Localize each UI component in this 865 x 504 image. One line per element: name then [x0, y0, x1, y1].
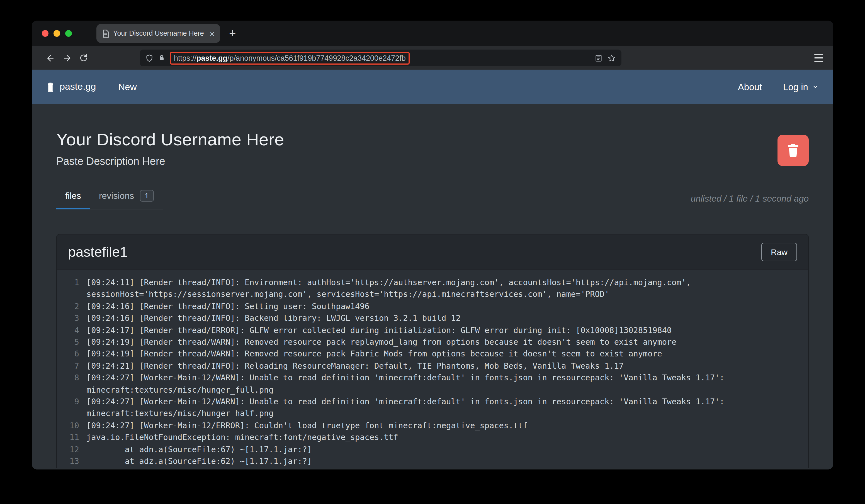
site-navbar: paste.gg New About Log in: [32, 70, 833, 104]
line-number: 8: [65, 372, 79, 396]
reload-button[interactable]: [75, 49, 92, 66]
line-number: 5: [65, 336, 79, 348]
page-favicon-icon: [102, 29, 109, 38]
line-number: 4: [65, 325, 79, 336]
line-number: 12: [65, 444, 79, 456]
login-label: Log in: [783, 82, 808, 92]
url-text[interactable]: https://paste.gg/p/anonymous/ca561f919b7…: [170, 51, 410, 64]
lock-icon[interactable]: [158, 54, 165, 62]
line-number: 10: [65, 420, 79, 432]
line-number: 3: [65, 313, 79, 325]
paste-description: Paste Description Here: [56, 155, 809, 168]
line-text: [09:24:11] [Render thread/INFO]: Environ…: [86, 277, 797, 301]
browser-tab-bar: Your Discord Username Here · p × +: [32, 21, 833, 46]
url-scheme: https://: [174, 54, 196, 62]
trash-icon: [787, 144, 799, 157]
line-text: [09:24:21] [Render thread/INFO]: Reloadi…: [86, 360, 797, 372]
line-text: java.io.FileNotFoundException: minecraft…: [86, 432, 797, 444]
line-text: at adz.a(SourceFile:62) ~[1.17.1.jar:?]: [86, 456, 797, 468]
line-number: 2: [65, 301, 79, 313]
line-number: 7: [65, 360, 79, 372]
page-content: Your Discord Username Here Paste Descrip…: [32, 104, 833, 469]
site-brand[interactable]: paste.gg: [46, 81, 96, 92]
close-window-button[interactable]: [42, 30, 48, 37]
forward-button[interactable]: [58, 49, 75, 66]
line-text: [09:24:27] [Worker-Main-12/WARN]: Unable…: [86, 396, 797, 420]
line-text: [09:24:16] [Render thread/INFO]: Backend…: [86, 313, 797, 325]
tab-title: Your Discord Username Here · p: [113, 30, 206, 37]
menu-button[interactable]: [814, 54, 823, 62]
code-line: 5 [09:24:19] [Render thread/WARN]: Remov…: [65, 336, 797, 348]
code-block[interactable]: 1 [09:24:11] [Render thread/INFO]: Envir…: [57, 270, 808, 468]
chevron-down-icon: [812, 83, 819, 90]
paste-tabs-row: files revisions 1 unlisted / 1 file / 1 …: [56, 184, 809, 209]
line-number: 1: [65, 277, 79, 301]
line-number: 11: [65, 432, 79, 444]
tab-revisions-label: revisions: [99, 191, 134, 201]
code-line: 8 [09:24:27] [Worker-Main-12/WARN]: Unab…: [65, 372, 797, 396]
code-line: 13 at adz.a(SourceFile:62) ~[1.17.1.jar:…: [65, 456, 797, 468]
browser-window: Your Discord Username Here · p × +: [32, 21, 833, 469]
code-line: 12 at adn.a(SourceFile:67) ~[1.17.1.jar:…: [65, 444, 797, 456]
revisions-count-badge: 1: [140, 190, 153, 202]
reader-mode-icon[interactable]: [595, 54, 602, 62]
code-line: 11 java.io.FileNotFoundException: minecr…: [65, 432, 797, 444]
paste-tabs: files revisions 1: [56, 184, 163, 209]
code-line: 1 [09:24:11] [Render thread/INFO]: Envir…: [65, 277, 797, 301]
code-line: 4 [09:24:17] [Render thread/ERROR]: GLFW…: [65, 325, 797, 336]
line-text: [09:24:27] [Worker-Main-12/ERROR]: Could…: [86, 420, 797, 432]
browser-toolbar: https://paste.gg/p/anonymous/ca561f919b7…: [32, 46, 833, 70]
line-number: 6: [65, 348, 79, 360]
paste-file-card: pastefile1 Raw 1 [09:24:11] [Render thre…: [56, 234, 809, 468]
url-path: /p/anonymous/ca561f919b7749928c2a34200e2…: [227, 54, 406, 62]
tab-files[interactable]: files: [56, 184, 90, 209]
tab-files-label: files: [65, 191, 81, 201]
line-number: 13: [65, 456, 79, 468]
code-line: 6 [09:24:19] [Render thread/WARN]: Remov…: [65, 348, 797, 360]
minimize-window-button[interactable]: [54, 30, 60, 37]
delete-paste-button[interactable]: [777, 135, 809, 166]
nav-link-login[interactable]: Log in: [783, 82, 819, 92]
code-line: 7 [09:24:21] [Render thread/INFO]: Reloa…: [65, 360, 797, 372]
line-text: [09:24:27] [Worker-Main-12/WARN]: Unable…: [86, 372, 797, 396]
tab-close-icon[interactable]: ×: [210, 29, 215, 38]
tab-revisions[interactable]: revisions 1: [90, 184, 163, 209]
code-line: 2 [09:24:16] [Render thread/INFO]: Setti…: [65, 301, 797, 313]
browser-tab[interactable]: Your Discord Username Here · p ×: [96, 24, 220, 43]
bookmark-star-icon[interactable]: [608, 54, 616, 62]
raw-button[interactable]: Raw: [761, 243, 797, 261]
nav-link-about[interactable]: About: [738, 82, 762, 92]
back-button[interactable]: [42, 49, 58, 66]
shield-icon[interactable]: [146, 54, 153, 62]
url-domain: paste.gg: [196, 54, 227, 62]
line-text: at adn.a(SourceFile:67) ~[1.17.1.jar:?]: [86, 444, 797, 456]
address-bar[interactable]: https://paste.gg/p/anonymous/ca561f919b7…: [140, 49, 621, 66]
code-line: 10 [09:24:27] [Worker-Main-12/ERROR]: Co…: [65, 420, 797, 432]
brand-label: paste.gg: [60, 81, 96, 92]
code-line: 3 [09:24:16] [Render thread/INFO]: Backe…: [65, 313, 797, 325]
line-number: 9: [65, 396, 79, 420]
code-line: 9 [09:24:27] [Worker-Main-12/WARN]: Unab…: [65, 396, 797, 420]
line-text: [09:24:19] [Render thread/WARN]: Removed…: [86, 348, 797, 360]
paste-title: Your Discord Username Here: [56, 130, 809, 150]
desktop-background: Your Discord Username Here · p × +: [0, 0, 865, 504]
clipboard-icon: [46, 82, 55, 92]
paste-meta: unlisted / 1 file / 1 second ago: [691, 194, 809, 204]
line-text: [09:24:19] [Render thread/WARN]: Removed…: [86, 336, 797, 348]
file-card-header: pastefile1 Raw: [57, 234, 808, 270]
nav-link-new[interactable]: New: [118, 82, 137, 92]
new-tab-button[interactable]: +: [229, 27, 236, 40]
zoom-window-button[interactable]: [65, 30, 72, 37]
line-text: [09:24:16] [Render thread/INFO]: Setting…: [86, 301, 797, 313]
file-name: pastefile1: [68, 244, 128, 260]
window-controls: [42, 30, 72, 37]
line-text: [09:24:17] [Render thread/ERROR]: GLFW e…: [86, 325, 797, 336]
